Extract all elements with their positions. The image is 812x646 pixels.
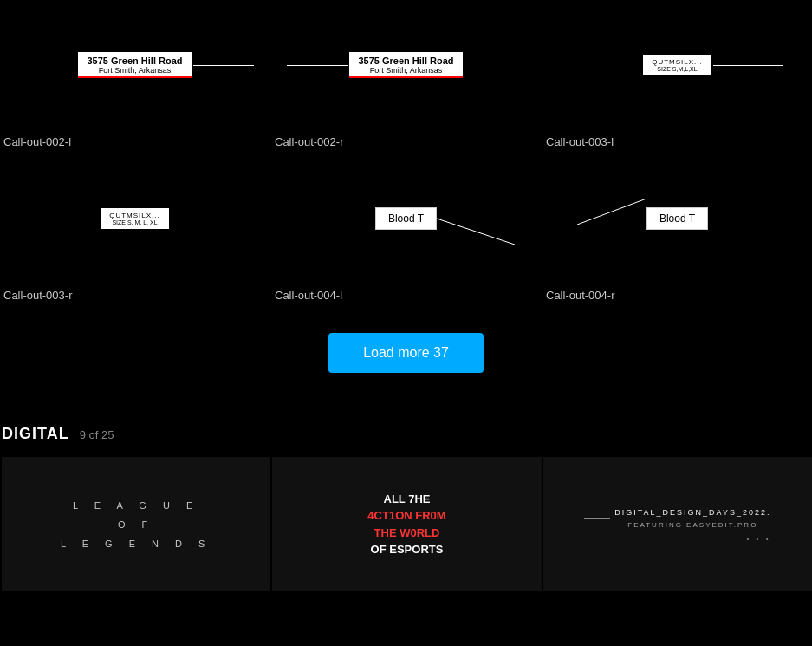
callout-002-r-text1: 3575 Green Hill Road (358, 55, 453, 66)
callout-004-r-thumbnail: Blood T (542, 153, 812, 284)
digital-ddd-item[interactable]: DIGITAL_DESIGN_DAYS_2022. FEATURING EASY… (543, 457, 812, 591)
callout-003-l-text1: QUTMSILX... (652, 58, 703, 66)
digital-section: DIGITAL 9 of 25 L E A G U E O F L E G E … (0, 416, 812, 591)
callout-003-l-label: Call-out-003-l (542, 130, 812, 153)
callout-002-l-thumbnail: 3575 Green Hill Road Fort Smith, Arkansa… (0, 0, 270, 130)
load-more-container: Load more 37 (0, 307, 812, 416)
callout-002-l-item[interactable]: 3575 Green Hill Road Fort Smith, Arkansa… (0, 0, 270, 153)
svg-line-0 (437, 219, 515, 245)
callout-003-r-label: Call-out-003-r (0, 284, 270, 307)
digital-section-count: 9 of 25 (80, 428, 114, 441)
esports-text: ALL 7HE 4CT1ON FR0M THE W0RLD OF ESPORTS (367, 491, 445, 558)
callout-004-r-item[interactable]: Blood T Call-out-004-r (542, 153, 812, 307)
callout-002-r-text2: Fort Smith, Arkansas (358, 66, 453, 75)
callout-003-r-item[interactable]: QUTMSILX... SIZE S, M, L, XL Call-out-00… (0, 153, 270, 307)
callout-003-r-thumbnail: QUTMSILX... SIZE S, M, L, XL (0, 153, 270, 284)
callout-004-r-label: Call-out-004-r (542, 284, 812, 307)
digital-ddd-thumbnail: DIGITAL_DESIGN_DAYS_2022. FEATURING EASY… (543, 457, 812, 591)
callout-003-r-text2: SIZE S, M, L, XL (109, 219, 160, 225)
callout-003-l-thumbnail: QUTMSILX... SIZE S,M,L,XL (542, 0, 812, 130)
callout-004-r-text: Blood T (646, 207, 708, 230)
digital-esports-thumbnail: ALL 7HE 4CT1ON FR0M THE W0RLD OF ESPORTS (272, 457, 541, 591)
callout-004-l-text: Blood T (375, 207, 437, 230)
callout-002-l-label: Call-out-002-l (0, 130, 270, 153)
callout-002-l-text1: 3575 Green Hill Road (87, 55, 182, 66)
callouts-grid-top: 3575 Green Hill Road Fort Smith, Arkansa… (0, 0, 812, 307)
callout-002-l-text2: Fort Smith, Arkansas (87, 66, 182, 75)
digital-section-header: DIGITAL 9 of 25 (2, 416, 812, 457)
callout-003-r-text1: QUTMSILX... (109, 212, 160, 219)
callout-002-r-thumbnail: 3575 Green Hill Road Fort Smith, Arkansa… (271, 0, 541, 130)
digital-lol-item[interactable]: L E A G U E O F L E G E N D S (2, 457, 270, 591)
callout-002-r-label: Call-out-002-r (271, 130, 541, 153)
digital-lol-thumbnail: L E A G U E O F L E G E N D S (2, 457, 270, 591)
callout-002-r-item[interactable]: 3575 Green Hill Road Fort Smith, Arkansa… (271, 0, 541, 153)
callout-004-l-item[interactable]: Blood T Call-out-004-l (271, 153, 541, 307)
digital-esports-item[interactable]: ALL 7HE 4CT1ON FR0M THE W0RLD OF ESPORTS (272, 457, 541, 591)
digital-grid: L E A G U E O F L E G E N D S ALL 7HE 4C… (2, 457, 812, 591)
lol-text: L E A G U E O F L E G E N D S (61, 496, 212, 553)
callout-003-l-item[interactable]: QUTMSILX... SIZE S,M,L,XL Call-out-003-l (542, 0, 812, 153)
ddd-content: DIGITAL_DESIGN_DAYS_2022. FEATURING EASY… (584, 506, 770, 544)
load-more-button[interactable]: Load more 37 (328, 333, 484, 373)
digital-section-title: DIGITAL (2, 425, 69, 443)
svg-line-1 (577, 199, 646, 225)
callout-003-l-text2: SIZE S,M,L,XL (652, 66, 703, 72)
callout-004-l-label: Call-out-004-l (271, 284, 541, 307)
callout-004-l-thumbnail: Blood T (271, 153, 541, 284)
